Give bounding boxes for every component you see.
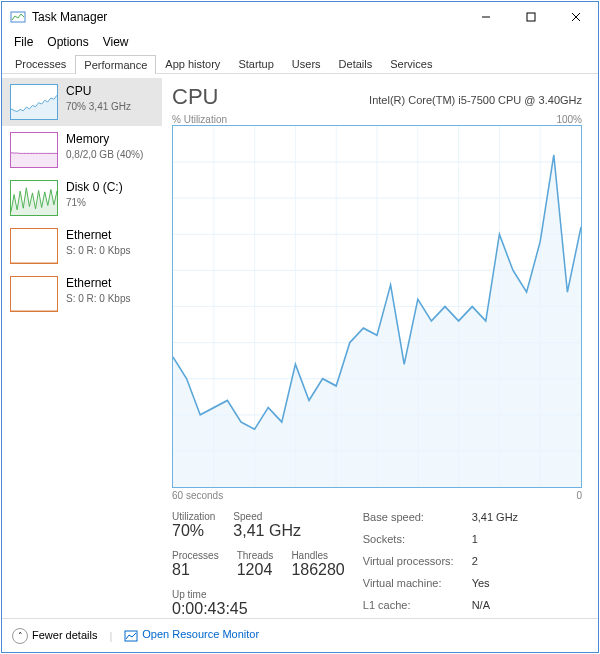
minimize-button[interactable] [463,2,508,32]
kv-key: Sockets: [363,533,454,552]
sidebar-item-ethernet-1[interactable]: Ethernet S: 0 R: 0 Kbps [2,270,162,318]
stat-label: Utilization [172,511,215,522]
maximize-button[interactable] [508,2,553,32]
kv-val: Yes [472,577,518,596]
stat-speed: 3,41 GHz [233,522,301,540]
stat-utilization: 70% [172,522,215,540]
resource-monitor-icon [124,629,138,643]
cpu-minichart [10,84,58,120]
tab-users[interactable]: Users [283,54,330,73]
stat-threads: 1204 [237,561,274,579]
close-button[interactable] [553,2,598,32]
stat-processes: 81 [172,561,219,579]
kv-val: 2 [472,555,518,574]
menu-options[interactable]: Options [41,35,94,49]
sidebar-item-sub: S: 0 R: 0 Kbps [66,292,130,305]
stat-handles: 186280 [291,561,344,579]
ethernet-minichart [10,276,58,312]
tab-services[interactable]: Services [381,54,441,73]
tab-app-history[interactable]: App history [156,54,229,73]
stat-label: Threads [237,550,274,561]
x-axis-left: 60 seconds [172,490,223,501]
titlebar[interactable]: Task Manager [2,2,598,32]
kv-key: Virtual processors: [363,555,454,574]
tab-processes[interactable]: Processes [6,54,75,73]
sidebar-item-memory[interactable]: Memory 0,8/2,0 GB (40%) [2,126,162,174]
footer: ˄Fewer details | Open Resource Monitor [2,618,598,652]
sidebar: CPU 70% 3,41 GHz Memory 0,8/2,0 GB (40%) [2,74,162,618]
app-icon [10,9,26,25]
kv-val: 1 [472,533,518,552]
cpu-chart [172,125,582,488]
main-panel: CPU Intel(R) Core(TM) i5-7500 CPU @ 3.40… [162,74,598,618]
cpu-details: Base speed:3,41 GHz Sockets:1 Virtual pr… [363,511,518,618]
cpu-model: Intel(R) Core(TM) i5-7500 CPU @ 3.40GHz [369,94,582,106]
fewer-details-button[interactable]: ˄Fewer details [12,628,97,644]
menubar: File Options View [2,32,598,52]
y-axis-max: 100% [556,114,582,125]
stat-label: Up time [172,589,248,600]
tab-bar: Processes Performance App history Startu… [2,52,598,74]
sidebar-item-cpu[interactable]: CPU 70% 3,41 GHz [2,78,162,126]
x-axis-right: 0 [576,490,582,501]
svg-rect-2 [527,13,535,21]
stat-uptime: 0:00:43:45 [172,600,248,618]
sidebar-item-sub: 0,8/2,0 GB (40%) [66,148,143,161]
tab-startup[interactable]: Startup [229,54,282,73]
tab-details[interactable]: Details [330,54,382,73]
sidebar-item-sub: 70% 3,41 GHz [66,100,131,113]
svg-rect-0 [11,12,25,22]
sidebar-item-disk[interactable]: Disk 0 (C:) 71% [2,174,162,222]
sidebar-item-sub: 71% [66,196,123,209]
stat-label: Speed [233,511,301,522]
menu-view[interactable]: View [97,35,135,49]
disk-minichart [10,180,58,216]
sidebar-item-label: CPU [66,84,131,100]
kv-val: 3,41 GHz [472,511,518,530]
stat-label: Processes [172,550,219,561]
kv-key: Virtual machine: [363,577,454,596]
chevron-up-icon: ˄ [12,628,28,644]
sidebar-item-sub: S: 0 R: 0 Kbps [66,244,130,257]
window-frame: Task Manager File Options View Processes… [1,1,599,653]
window-title: Task Manager [32,10,463,24]
tab-performance[interactable]: Performance [75,55,156,74]
kv-key: L1 cache: [363,599,454,618]
stat-label: Handles [291,550,344,561]
divider: | [109,630,112,642]
kv-val: N/A [472,599,518,618]
ethernet-minichart [10,228,58,264]
kv-key: Base speed: [363,511,454,530]
sidebar-item-label: Ethernet [66,276,130,292]
memory-minichart [10,132,58,168]
sidebar-item-label: Ethernet [66,228,130,244]
sidebar-item-label: Disk 0 (C:) [66,180,123,196]
page-title: CPU [172,84,218,110]
sidebar-item-label: Memory [66,132,143,148]
menu-file[interactable]: File [8,35,39,49]
sidebar-item-ethernet-0[interactable]: Ethernet S: 0 R: 0 Kbps [2,222,162,270]
y-axis-label: % Utilization [172,114,227,125]
open-resource-monitor-link[interactable]: Open Resource Monitor [124,628,259,642]
